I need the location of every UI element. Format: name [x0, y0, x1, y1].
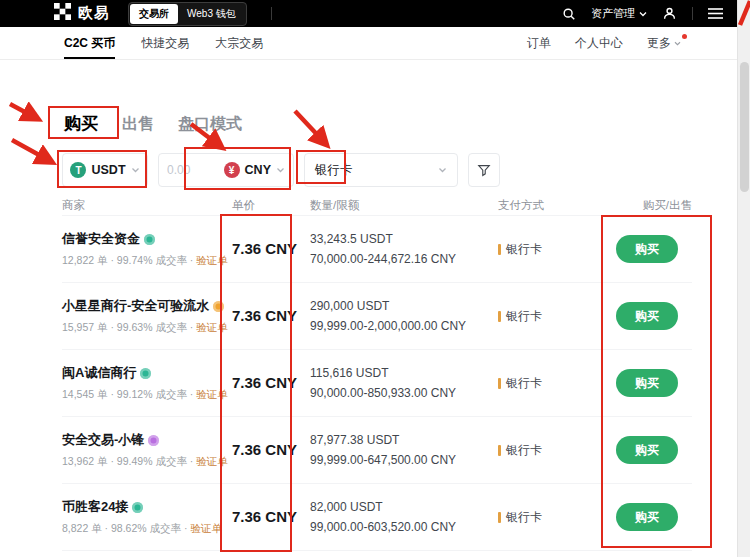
- filter-funnel-button[interactable]: [468, 153, 500, 187]
- funnel-icon: [477, 163, 491, 177]
- verified-ad-label: 验证单: [196, 254, 228, 266]
- topbar-divider: [271, 7, 272, 20]
- search-icon[interactable]: [562, 7, 576, 21]
- payment-color-bar: [498, 311, 501, 322]
- merchant-name[interactable]: 信誉安全资金: [62, 230, 232, 248]
- scrollbar[interactable]: [737, 0, 750, 557]
- nav-more-label: 更多: [647, 35, 671, 52]
- merchant-badge-icon: [140, 368, 151, 379]
- merchant-name[interactable]: 闽A诚信商行: [62, 364, 232, 382]
- asset-management-menu[interactable]: 资产管理: [591, 6, 647, 21]
- col-header-price: 单价: [232, 198, 310, 213]
- payment-method: 银行卡: [498, 308, 602, 325]
- col-header-amount-limit: 数量/限额: [310, 198, 498, 213]
- brand-name: 欧易: [78, 4, 110, 23]
- notification-dot: [682, 34, 687, 39]
- payment-method: 银行卡: [498, 375, 602, 392]
- menu-icon[interactable]: [708, 8, 723, 19]
- available-amount: 82,000 USDT: [310, 497, 498, 517]
- offers-table: 商家 单价 数量/限额 支付方式 购买/出售 信誉安全资金 12,822 单 ·…: [62, 196, 692, 551]
- table-row: 小星星商行-安全可验流水 15,957 单 · 99.63% 成交率 ·验证单 …: [62, 283, 692, 350]
- merchant-name[interactable]: 小星星商行-安全可验流水: [62, 297, 232, 315]
- col-header-merchant: 商家: [62, 198, 232, 213]
- topbar-right: 资产管理: [562, 6, 723, 21]
- merchant-badge-icon: [132, 502, 143, 513]
- tab-buy[interactable]: 购买: [64, 112, 98, 135]
- merchant-name-label: 闽A诚信商行: [62, 364, 136, 382]
- tab-exchange[interactable]: 交易所: [130, 4, 178, 24]
- merchant-badge-icon: [148, 435, 159, 446]
- crypto-select[interactable]: T USDT: [62, 153, 148, 187]
- tab-orderbook-mode[interactable]: 盘口模式: [178, 114, 242, 135]
- payment-method: 银行卡: [498, 241, 602, 258]
- merchant-stats: 8,822 单 · 98.62% 成交率 ·验证单: [62, 522, 232, 536]
- nav-profile[interactable]: 个人中心: [575, 27, 623, 59]
- merchant-name[interactable]: 币胜客24接: [62, 498, 232, 516]
- verified-ad-label: 验证单: [196, 455, 228, 467]
- order-limit: 99,000.00-603,520.00 CNY: [310, 517, 498, 537]
- order-limit: 70,000.00-244,672.16 CNY: [310, 249, 498, 269]
- verified-ad-label: 验证单: [196, 388, 228, 400]
- cny-coin-icon: ¥: [224, 162, 240, 178]
- annotation-arrow: [295, 111, 325, 143]
- merchant-name[interactable]: 安全交易-小锋: [62, 431, 232, 449]
- usdt-coin-icon: T: [70, 162, 86, 178]
- buy-button[interactable]: 购买: [616, 369, 678, 397]
- chevron-down-icon: [674, 41, 681, 46]
- nav-express-trade[interactable]: 快捷交易: [141, 27, 189, 59]
- fiat-select[interactable]: ¥ CNY: [224, 162, 285, 178]
- asset-management-label: 资产管理: [591, 6, 635, 21]
- chevron-down-icon: [131, 167, 140, 173]
- amount-input[interactable]: [167, 163, 205, 177]
- buy-button[interactable]: 购买: [616, 235, 678, 263]
- tab-sell[interactable]: 出售: [122, 114, 154, 135]
- nav-c2c-buy[interactable]: C2C 买币: [64, 27, 115, 59]
- table-row: 闽A诚信商行 14,545 单 · 99.12% 成交率 ·验证单 7.36 C…: [62, 350, 692, 417]
- buy-button[interactable]: 购买: [616, 302, 678, 330]
- annotation-arrow: [12, 140, 50, 161]
- buy-button[interactable]: 购买: [616, 436, 678, 464]
- order-limit: 99,999.00-2,000,000.00 CNY: [310, 316, 498, 336]
- subnav-right: 订单 个人中心 更多: [527, 27, 681, 59]
- nav-orders[interactable]: 订单: [527, 27, 551, 59]
- available-amount: 87,977.38 USDT: [310, 430, 498, 450]
- unit-price: 7.36 CNY: [232, 240, 297, 257]
- scrollbar-thumb[interactable]: [740, 62, 749, 192]
- unit-price: 7.36 CNY: [232, 441, 297, 458]
- merchant-name-label: 小星星商行-安全可验流水: [62, 297, 209, 315]
- merchant-stats: 12,822 单 · 99.74% 成交率 ·验证单: [62, 254, 232, 268]
- col-header-buy-sell: 购买/出售: [602, 198, 692, 213]
- crypto-select-value: USDT: [91, 163, 125, 177]
- nav-more[interactable]: 更多: [647, 27, 681, 59]
- chevron-down-icon: [639, 11, 647, 17]
- payment-select-value: 银行卡: [315, 162, 353, 179]
- trade-tabs: 购买 出售 盘口模式: [64, 112, 242, 135]
- payment-method-select[interactable]: 银行卡: [304, 153, 458, 187]
- merchant-name-label: 信誉安全资金: [62, 230, 140, 248]
- merchant-stats: 13,962 单 · 99.49% 成交率 ·验证单: [62, 455, 232, 469]
- chevron-down-icon: [276, 167, 285, 173]
- user-icon[interactable]: [662, 6, 677, 21]
- order-limit: 90,000.00-850,933.00 CNY: [310, 383, 498, 403]
- available-amount: 115,616 USDT: [310, 363, 498, 383]
- available-amount: 290,000 USDT: [310, 296, 498, 316]
- subnav-left: C2C 买币 快捷交易 大宗交易: [64, 27, 263, 59]
- nav-block-trade[interactable]: 大宗交易: [215, 27, 263, 59]
- subnav: C2C 买币 快捷交易 大宗交易 订单 个人中心 更多: [0, 27, 737, 60]
- payment-method: 银行卡: [498, 509, 602, 526]
- payment-color-bar: [498, 512, 501, 523]
- okx-c2c-page: 欧易 交易所 Web3 钱包 资产管理: [0, 0, 750, 557]
- payment-color-bar: [498, 244, 501, 255]
- annotation-arrow: [10, 104, 36, 118]
- tab-web3-wallet[interactable]: Web3 钱包: [178, 4, 245, 24]
- table-row: 安全交易-小锋 13,962 单 · 99.49% 成交率 ·验证单 7.36 …: [62, 417, 692, 484]
- product-switcher: 交易所 Web3 钱包: [128, 2, 247, 26]
- merchant-badge-icon: [213, 301, 224, 312]
- buy-button[interactable]: 购买: [616, 503, 678, 531]
- amount-field: ¥ CNY: [158, 153, 294, 187]
- brand[interactable]: 欧易: [54, 3, 110, 24]
- verified-ad-label: 验证单: [196, 321, 228, 333]
- merchant-stats: 15,957 单 · 99.63% 成交率 ·验证单: [62, 321, 232, 335]
- unit-price: 7.36 CNY: [232, 508, 297, 525]
- chevron-down-icon: [438, 167, 447, 173]
